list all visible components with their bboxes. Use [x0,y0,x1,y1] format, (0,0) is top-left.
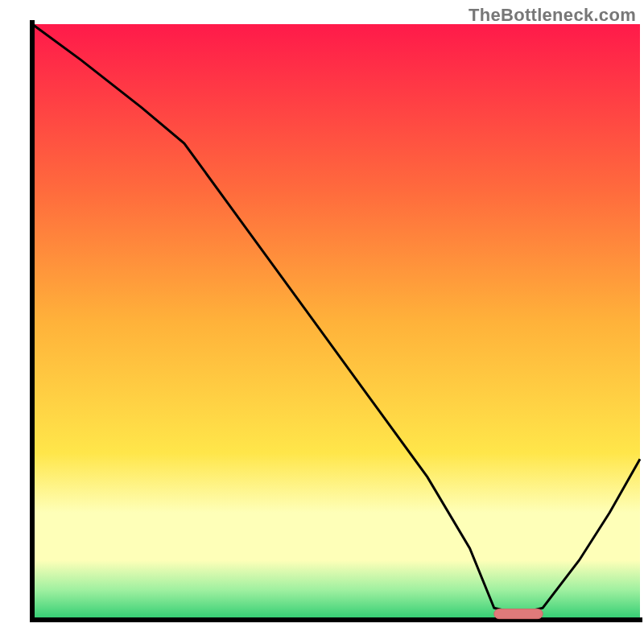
optimal-range-marker [494,609,543,619]
bottleneck-chart [0,0,644,644]
plot-background [32,24,640,620]
chart-container: TheBottleneck.com [0,0,644,644]
